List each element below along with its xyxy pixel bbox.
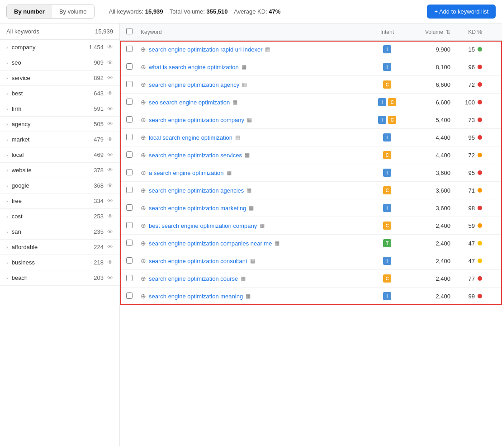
expand-icon[interactable]: ⊕: [141, 151, 146, 159]
keyword-link[interactable]: search engine optimization agency: [149, 81, 239, 88]
eye-icon[interactable]: 👁: [107, 136, 113, 143]
keyword-link[interactable]: search engine optimization agencies: [149, 187, 244, 194]
eye-icon[interactable]: 👁: [107, 198, 113, 204]
eye-icon[interactable]: 👁: [107, 182, 113, 189]
keyword-link[interactable]: a search engine optimization: [149, 170, 224, 176]
expand-icon[interactable]: ⊕: [141, 134, 146, 141]
sidebar-item-seo[interactable]: › seo 909 👁: [0, 55, 119, 71]
serp-icon[interactable]: ▦: [245, 152, 250, 158]
keyword-link[interactable]: seo search engine optimization: [149, 99, 230, 106]
eye-icon[interactable]: 👁: [107, 44, 113, 51]
serp-icon[interactable]: ▦: [247, 117, 252, 123]
row-checkbox[interactable]: [126, 292, 133, 299]
row-checkbox[interactable]: [126, 169, 133, 175]
sidebar-item-best[interactable]: › best 643 👁: [0, 86, 119, 101]
sidebar-item-beach[interactable]: › beach 203 👁: [0, 270, 119, 286]
serp-icon[interactable]: ▦: [260, 222, 265, 229]
eye-icon[interactable]: 👁: [107, 75, 113, 81]
expand-icon[interactable]: ⊕: [141, 63, 146, 71]
expand-icon[interactable]: ⊕: [141, 169, 146, 176]
serp-icon[interactable]: ▦: [275, 240, 279, 246]
keyword-link[interactable]: best search engine optimization company: [149, 222, 257, 229]
serp-icon[interactable]: ▦: [246, 293, 251, 299]
row-checkbox[interactable]: [126, 46, 133, 52]
eye-icon[interactable]: 👁: [107, 90, 113, 97]
eye-icon[interactable]: 👁: [107, 151, 113, 158]
serp-icon[interactable]: ▦: [227, 170, 232, 176]
row-checkbox[interactable]: [126, 275, 133, 281]
row-checkbox[interactable]: [126, 63, 133, 70]
expand-icon[interactable]: ⊕: [141, 292, 146, 300]
row-checkbox[interactable]: [126, 151, 133, 158]
row-keyword-cell: ⊕ best search engine optimization compan…: [141, 222, 369, 229]
add-to-keyword-list-button[interactable]: + Add to keyword list: [427, 5, 496, 19]
eye-icon[interactable]: 👁: [107, 167, 113, 174]
keyword-link[interactable]: search engine optimization rapid url ind…: [149, 46, 262, 53]
keyword-link[interactable]: search engine optimization services: [149, 152, 242, 159]
row-checkbox[interactable]: [126, 257, 133, 264]
sidebar-item-free[interactable]: › free 334 👁: [0, 193, 119, 209]
eye-icon[interactable]: 👁: [107, 274, 113, 281]
keyword-link[interactable]: what is search engine optimization: [149, 64, 239, 71]
sidebar-item-company[interactable]: › company 1,454 👁: [0, 40, 119, 55]
eye-icon[interactable]: 👁: [107, 213, 113, 220]
header-volume[interactable]: Volume ⇅: [405, 29, 450, 35]
sidebar-item-san[interactable]: › san 235 👁: [0, 224, 119, 240]
sidebar-item-firm[interactable]: › firm 591 👁: [0, 101, 119, 117]
expand-icon[interactable]: ⊕: [141, 46, 146, 53]
keyword-link[interactable]: local search engine optimization: [149, 134, 232, 141]
sidebar-item-google[interactable]: › google 368 👁: [0, 178, 119, 193]
row-checkbox[interactable]: [126, 116, 133, 123]
select-all-checkbox[interactable]: [126, 28, 133, 34]
eye-icon[interactable]: 👁: [107, 59, 113, 66]
row-checkbox[interactable]: [126, 187, 133, 193]
eye-icon[interactable]: 👁: [107, 259, 113, 266]
sidebar-item-website[interactable]: › website 378 👁: [0, 163, 119, 178]
sidebar-item-service[interactable]: › service 892 👁: [0, 71, 119, 86]
sidebar-item-cost[interactable]: › cost 253 👁: [0, 209, 119, 224]
sidebar-item-local[interactable]: › local 469 👁: [0, 147, 119, 163]
expand-icon[interactable]: ⊕: [141, 99, 146, 106]
serp-icon[interactable]: ▦: [249, 205, 254, 211]
keyword-link[interactable]: search engine optimization marketing: [149, 205, 246, 212]
serp-icon[interactable]: ▦: [241, 275, 246, 282]
sidebar-item-business[interactable]: › business 218 👁: [0, 255, 119, 270]
row-checkbox[interactable]: [126, 134, 133, 140]
row-checkbox[interactable]: [126, 222, 133, 228]
expand-icon[interactable]: ⊕: [141, 81, 146, 88]
row-checkbox[interactable]: [126, 240, 133, 246]
sidebar-item-market[interactable]: › market 479 👁: [0, 132, 119, 147]
by-number-button[interactable]: By number: [7, 5, 52, 18]
eye-icon[interactable]: 👁: [107, 121, 113, 127]
eye-icon[interactable]: 👁: [107, 228, 113, 235]
serp-icon[interactable]: ▦: [250, 258, 255, 264]
serp-icon[interactable]: ▦: [242, 64, 246, 70]
serp-icon[interactable]: ▦: [232, 99, 237, 105]
keyword-link[interactable]: search engine optimization companies nea…: [149, 240, 272, 247]
table-row: ⊕ a search engine optimization ▦ I 3,600…: [120, 164, 502, 182]
expand-icon[interactable]: ⊕: [141, 116, 146, 123]
eye-icon[interactable]: 👁: [107, 105, 113, 112]
keyword-link[interactable]: search engine optimization consultant: [149, 258, 247, 264]
keyword-link[interactable]: search engine optimization company: [149, 117, 244, 123]
eye-icon[interactable]: 👁: [107, 244, 113, 250]
expand-icon[interactable]: ⊕: [141, 257, 146, 264]
sidebar-item-affordable[interactable]: › affordable 224 👁: [0, 240, 119, 255]
serp-icon[interactable]: ▦: [235, 134, 240, 141]
expand-icon[interactable]: ⊕: [141, 275, 146, 282]
serp-icon[interactable]: ▦: [246, 187, 251, 193]
sidebar-item-agency[interactable]: › agency 505 👁: [0, 117, 119, 132]
expand-icon[interactable]: ⊕: [141, 240, 146, 247]
expand-icon[interactable]: ⊕: [141, 222, 146, 229]
keyword-link[interactable]: search engine optimization meaning: [149, 293, 243, 300]
row-checkbox[interactable]: [126, 99, 133, 105]
row-keyword-cell: ⊕ what is search engine optimization ▦: [141, 63, 369, 71]
keyword-link[interactable]: search engine optimization course: [149, 275, 238, 282]
expand-icon[interactable]: ⊕: [141, 204, 146, 212]
serp-icon[interactable]: ▦: [265, 46, 270, 52]
by-volume-button[interactable]: By volume: [52, 5, 94, 18]
row-checkbox[interactable]: [126, 204, 133, 211]
expand-icon[interactable]: ⊕: [141, 187, 146, 194]
serp-icon[interactable]: ▦: [242, 81, 247, 88]
row-checkbox[interactable]: [126, 81, 133, 87]
